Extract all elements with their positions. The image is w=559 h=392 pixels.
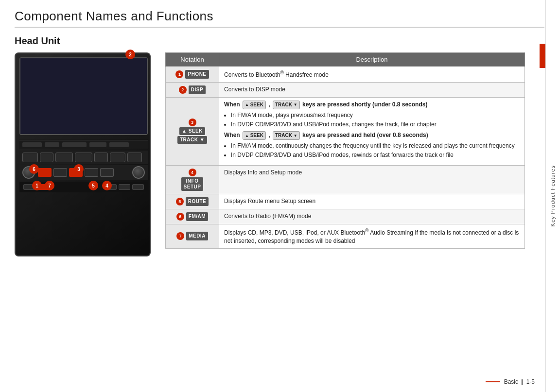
notation-cell-2: 2 DISP [166,82,219,97]
label-phone: PHONE [185,70,209,79]
label-route: ROUTE [186,197,209,206]
head-unit-image: 2 6 3 1 7 5 4 [15,52,151,256]
screen-content [20,58,147,134]
label-track: TRACK ▼ [177,136,207,144]
seek-key-icon-2: ▲ SEEK [243,131,266,140]
label-fmam: FM/AM [186,212,208,221]
notation-cell-1: 1 PHONE [166,67,219,83]
label-info-setup: INFO SETUP [181,177,204,191]
num-badge-2: 2 [179,86,187,94]
num-badge-7: 7 [176,232,184,240]
num-badge-1: 1 [175,70,183,78]
circle-7: 7 [45,181,54,190]
page-container: Component Names and Functions Head Unit [0,0,559,392]
short-press-item-1: In FM/AM mode, plays previous/next frequ… [231,111,520,119]
page-number: Basic ❙ 1-5 [504,378,535,385]
table-row: 7 MEDIA Displays CD, MP3, DVD, USB, iPod… [166,224,525,248]
label-media: MEDIA [186,232,208,240]
table-row: 4 INFO SETUP Displays Info and Setup mod… [166,165,525,194]
notation-cell-7: 7 MEDIA [166,224,219,248]
num-badge-3: 3 [189,119,196,126]
track-key-icon-2: TRACK ▼ [273,131,300,140]
side-tab-text: Key Product Features [550,165,556,226]
desc-phone: Converts to Bluetooth® Handsfree mode [219,67,525,83]
desc-disp: Converts to DISP mode [219,82,525,97]
table-row: 3 ▲ SEEK TRACK ▼ [166,97,525,165]
long-press-header: When ▲ SEEK , TRACK ▼ keys are pressed a… [224,131,520,140]
desc-seek-track: When ▲ SEEK , TRACK ▼ keys are pressed s… [219,97,525,165]
label-disp: DISP [189,85,206,94]
num-badge-5: 5 [176,198,184,205]
desc-info-setup: Displays Info and Setup mode [219,165,525,194]
circle-1: 1 [32,181,42,190]
desc-route: Displays Route menu Setup screen [219,194,525,209]
circle-4: 4 [102,181,112,190]
col-description-header: Description [219,53,525,67]
long-press-item-1: In FM/AM mode, continuously changes the … [231,142,520,150]
page-footer: Basic ❙ 1-5 [486,378,535,385]
circle-2: 2 [125,50,135,59]
page-title: Component Names and Functions [15,9,544,28]
notation-cell-4: 4 INFO SETUP [166,165,219,194]
desc-media: Displays CD, MP3, DVD, USB, iPod, or AUX… [219,224,525,248]
notation-cell-3: 3 ▲ SEEK TRACK ▼ [166,97,219,165]
red-accent [540,44,545,68]
notation-table: Notation Description 1 PHONE [165,52,525,249]
track-key-icon: TRACK ▼ [273,101,300,109]
circle-5: 5 [88,181,98,190]
table-row: 1 PHONE Converts to Bluetooth® Handsfree… [166,67,525,83]
seek-key-icon: ▲ SEEK [243,101,266,109]
table-row: 2 DISP Converts to DISP mode [166,82,525,97]
label-seek-track: ▲ SEEK [179,127,205,135]
notation-cell-6: 6 FM/AM [166,209,219,224]
side-tab: Key Product Features [545,0,559,392]
footer-bar [486,381,500,382]
short-press-item-2: In DVDP CD/MP3/DVD and USB/iPod modes, c… [231,120,520,129]
desc-fmam: Converts to Radio (FM/AM) mode [219,209,525,224]
short-press-header: When ▲ SEEK , TRACK ▼ keys are pressed s… [224,101,520,109]
num-badge-4: 4 [189,169,196,176]
col-notation-header: Notation [166,53,219,67]
main-content: 2 6 3 1 7 5 4 Notation [15,52,544,256]
num-badge-6: 6 [176,213,184,221]
circle-6: 6 [29,164,39,174]
table-area: Notation Description 1 PHONE [165,52,525,256]
circle-3: 3 [74,164,84,174]
notation-cell-5: 5 ROUTE [166,194,219,209]
section-title: Head Unit [15,35,544,47]
table-row: 5 ROUTE Displays Route menu Setup screen [166,194,525,209]
screen-area [19,57,148,135]
table-row: 6 FM/AM Converts to Radio (FM/AM) mode [166,209,525,224]
long-press-item-2: In DVDP CD/MP3/DVD and USB/iPod modes, r… [231,151,520,159]
image-area: 2 6 3 1 7 5 4 [15,52,156,256]
